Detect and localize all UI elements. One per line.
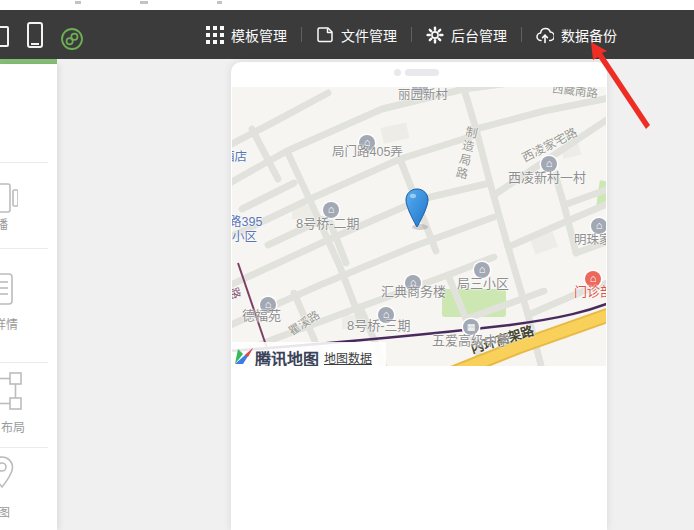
poi-label: 丽园新村 [398, 89, 448, 103]
desktop-view-icon[interactable] [0, 26, 9, 47]
poi-label: 8号桥-二期 [296, 217, 360, 231]
preview-handle-pill [405, 69, 439, 76]
file-icon [316, 26, 334, 44]
menu-file-manage[interactable]: 文件管理 [316, 25, 397, 45]
cloud-upload-icon [536, 26, 554, 44]
poi-label: 路395 [232, 216, 262, 230]
clipped-text-mark [217, 1, 222, 4]
detail-page-icon [0, 272, 15, 306]
poi-label: 门诊部 [574, 285, 606, 299]
share-link-icon[interactable] [61, 28, 83, 50]
grid-icon [206, 26, 224, 44]
sidebar-divider [0, 162, 48, 163]
poi-label: 8号桥-三期 [347, 319, 411, 333]
poi-label: 小区 [232, 231, 257, 245]
sidebar-item-label: 详情 [0, 315, 18, 332]
sidebar-item-detail[interactable]: 详情 [0, 260, 57, 362]
gear-icon [426, 26, 444, 44]
preview-handle-dot [394, 69, 401, 76]
sidebar-item-label: 播 [0, 215, 8, 232]
sidebar-item-label: 布局 [1, 418, 25, 435]
sidebar-item-label: 图 [0, 503, 10, 520]
sidebar-item-layout[interactable]: 布局 [0, 362, 57, 447]
poi-label: 局门路405弄 [332, 146, 403, 160]
menu-label: 文件管理 [341, 25, 397, 45]
carousel-icon [0, 180, 18, 216]
top-toolbar: 模板管理 文件管理 [0, 10, 694, 59]
layout-nodes-icon [0, 370, 26, 412]
poi-home-icon [591, 218, 606, 234]
menu-label: 后台管理 [451, 25, 507, 45]
component-sidebar: 播 详情 布局 图 [0, 64, 57, 530]
poi-label: 德福苑 [242, 309, 281, 323]
tencent-maps-logo-text[interactable]: 腾讯地图 [255, 346, 319, 366]
menu-data-backup[interactable]: 数据备份 [536, 25, 617, 45]
mobile-view-icon[interactable] [27, 22, 43, 48]
poi-label: 汇典商务楼 [381, 285, 446, 299]
toolbar-menu: 模板管理 文件管理 [206, 10, 617, 59]
menu-template-manage[interactable]: 模板管理 [206, 25, 287, 45]
menu-label: 模板管理 [231, 25, 287, 45]
menu-separator [411, 27, 412, 42]
poi-label: 局三小区 [457, 277, 509, 291]
sidebar-item-carousel[interactable]: 播 [0, 174, 57, 248]
map-marker-pin[interactable] [402, 187, 432, 231]
menu-admin[interactable]: 后台管理 [426, 25, 507, 45]
map-pin-icon [0, 454, 17, 499]
tencent-maps-logo-icon[interactable] [234, 345, 254, 365]
phone-preview-panel: 西藏南路 制造局路 西凌家宅路 瞿溪路 路 内环高架路 丽园新村 局门路405弄… [231, 62, 607, 530]
menu-separator [521, 27, 522, 42]
poi-label: 五爱高级中学 [432, 334, 510, 348]
map-widget[interactable]: 西藏南路 制造局路 西凌家宅路 瞿溪路 路 内环高架路 丽园新村 局门路405弄… [232, 87, 606, 366]
menu-label: 数据备份 [561, 25, 617, 45]
map-data-link[interactable]: 地图数据 [324, 349, 372, 366]
sidebar-divider [0, 248, 48, 249]
app-window: 模板管理 文件管理 [0, 0, 694, 530]
sidebar-item-map[interactable]: 图 [0, 447, 57, 530]
clipped-text-mark [75, 1, 81, 4]
poi-label: 明珠家 [574, 234, 606, 248]
clipped-text-mark [140, 1, 148, 4]
poi-label: 西凌新村一村 [508, 171, 586, 185]
menu-separator [301, 27, 302, 42]
clipped-browser-strip [0, 0, 694, 10]
poi-label: 酒店 [232, 151, 247, 165]
